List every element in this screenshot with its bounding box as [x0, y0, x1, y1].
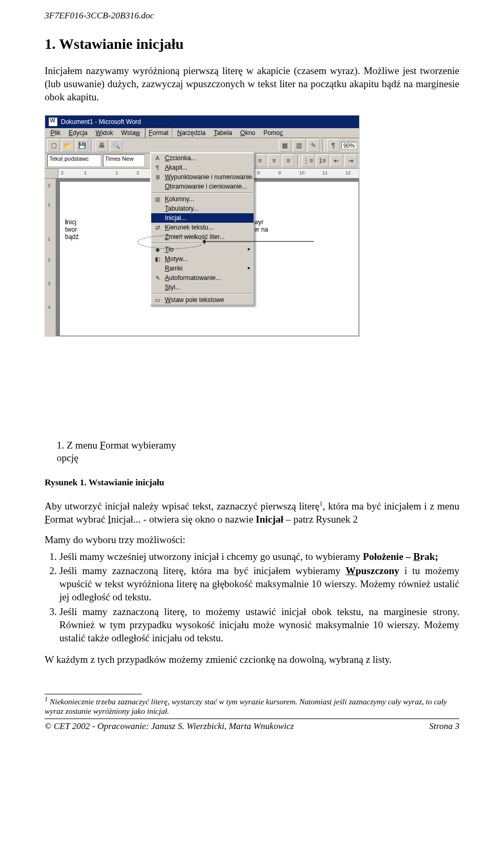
header-path: 3F7EF016-3CCB-20B316.doc [45, 11, 459, 21]
menu-item[interactable]: ACzcionka... [151, 153, 254, 163]
toolbar-standard: ▢ 📂 💾 🖶 🔍 ▦ ▥ ✎ ¶ 90% [45, 138, 359, 153]
open-icon[interactable]: 📂 [61, 139, 74, 152]
window-titlebar: Dokument1 - Microsoft Word [45, 116, 359, 128]
menubar[interactable]: Plik Edycja Widok Wstaw Format Narzędzia… [45, 128, 359, 138]
list-item: Jeśli mamy zaznaczoną literę, która ma b… [59, 564, 459, 604]
menu-tabela[interactable]: Tabela [211, 128, 235, 138]
outdent-icon[interactable]: ⇤ [330, 154, 343, 167]
menu-item[interactable]: ≣Wypunktowanie i numerowanie... [151, 172, 254, 182]
menu-format[interactable]: Format [145, 128, 172, 138]
footnote: 1 Niekoniecznie trzeba zaznaczyć literę,… [45, 695, 459, 717]
drawing-icon[interactable]: ✎ [307, 139, 320, 152]
bullets-icon[interactable]: ⋮≡ [302, 154, 314, 167]
page-title: 1. Wstawianie inicjału [45, 36, 459, 53]
table-icon[interactable]: ▦ [279, 139, 291, 152]
style-selector[interactable]: Tekst podstawc [47, 154, 101, 167]
menu-pomoc[interactable]: Pomoc [260, 128, 286, 138]
word-icon [48, 117, 58, 127]
menu-item[interactable]: Inicjał... [151, 213, 254, 223]
figure-caption: Rysunek 1. Wstawianie inicjału [45, 477, 459, 488]
align-right-icon[interactable]: ≡ [268, 154, 280, 167]
body-paragraph: Aby utworzyć inicjał należy wpisać tekst… [45, 499, 459, 526]
list-item: Jeśli mamy zaznaczoną literę, to możemy … [59, 605, 459, 645]
columns-icon[interactable]: ▥ [293, 139, 306, 152]
list-item: Jeśli mamy wcześniej utworzony inicjał i… [59, 550, 459, 563]
menu-plik[interactable]: Plik [47, 128, 64, 138]
list-lead: Mamy do wyboru trzy możliwości: [45, 533, 459, 546]
menu-item[interactable]: Obramowanie i cieniowanie... [151, 182, 254, 191]
footnote-rule [45, 694, 142, 694]
new-icon[interactable]: ▢ [47, 139, 60, 152]
menu-narzedzia[interactable]: Narzędzia [174, 128, 209, 138]
menu-widok[interactable]: Widok [92, 128, 116, 138]
menu-item[interactable]: Styl... [151, 283, 254, 292]
options-list: Jeśli mamy wcześniej utworzony inicjał i… [45, 550, 459, 645]
menu-edycja[interactable]: Edycja [66, 128, 91, 138]
intro-paragraph: Inicjałem nazywamy wyróżnioną pierwszą l… [45, 64, 459, 103]
menu-wstaw[interactable]: Wstaw [118, 128, 143, 138]
align-center-icon[interactable]: ≡ [254, 154, 266, 167]
ruler-vertical: 211234 [45, 179, 56, 336]
menu-item[interactable]: Tabulatory... [151, 204, 254, 213]
para-icon[interactable]: ¶ [327, 139, 340, 152]
word-screenshot: Dokument1 - Microsoft Word Plik Edycja W… [45, 115, 360, 337]
menu-item[interactable]: ✎Autoformatowanie... [151, 273, 254, 283]
callout-arrow [204, 241, 314, 242]
zoom-box[interactable]: 90% [341, 142, 357, 149]
window-title: Dokument1 - Microsoft Word [61, 118, 141, 126]
save-icon[interactable]: 💾 [76, 139, 88, 152]
closing-paragraph: W każdym z tych przypadków możemy zmieni… [45, 653, 459, 666]
preview-icon[interactable]: 🔍 [110, 139, 122, 152]
indent-icon[interactable]: ⇥ [344, 154, 357, 167]
font-selector[interactable]: Times New [103, 154, 145, 167]
menu-item[interactable]: ⇄Kierunek tekstu... [151, 223, 254, 232]
justify-icon[interactable]: ≡ [282, 154, 295, 167]
footer-left: © CET 2002 - Opracowanie: Janusz S. Wier… [45, 721, 294, 732]
menu-item[interactable]: ¶Akapit... [151, 163, 254, 172]
footer-rule [45, 719, 459, 719]
menu-item[interactable]: ▭Wstaw pole tekstowe [151, 295, 254, 305]
footer-right: Strona 3 [429, 721, 459, 732]
menu-item[interactable]: ◧Motyw... [151, 254, 254, 264]
menu-item[interactable]: ▥Kolumny... [151, 194, 254, 204]
numbering-icon[interactable]: 1≡ [316, 154, 329, 167]
callout-text: 1. Z menu Format wybieramy opcję [56, 439, 177, 464]
menu-okno[interactable]: Okno [237, 128, 259, 138]
doc-text-line: twor [65, 226, 79, 233]
menu-item[interactable]: Ramki [151, 264, 254, 273]
print-icon[interactable]: 🖶 [96, 139, 108, 152]
format-menu-dropdown[interactable]: ACzcionka...¶Akapit...≣Wypunktowanie i n… [150, 152, 255, 306]
doc-text-line: bądź [65, 233, 79, 241]
